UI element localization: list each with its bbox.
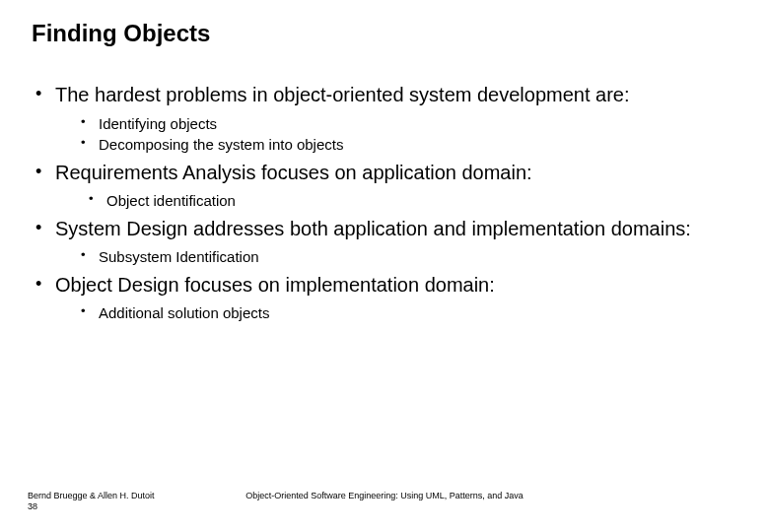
slide-title: Finding Objects [32, 20, 741, 47]
bullet-l2-item: Object identification [106, 191, 741, 211]
bullet-text: Requirements Analysis focuses on applica… [55, 162, 532, 183]
bullet-l2-item: Decomposing the system into objects [99, 135, 741, 155]
footer-page: 38 [28, 501, 37, 511]
footer: Bernd Bruegge & Allen H. Dutoit 38 Objec… [28, 491, 741, 513]
footer-booktitle: Object-Oriented Software Engineering: Us… [28, 491, 741, 500]
bullet-text: Object Design focuses on implementation … [55, 274, 495, 296]
bullet-text: The hardest problems in object-oriented … [55, 84, 630, 105]
bullet-list-level1: The hardest problems in object-oriented … [28, 83, 741, 323]
bullet-text: Additional solution objects [99, 304, 269, 321]
bullet-list-level2: Object identification [55, 191, 741, 211]
slide: Finding Objects The hardest problems in … [0, 0, 769, 532]
bullet-text: Subsystem Identification [99, 248, 259, 265]
bullet-list-level2: Identifying objects Decomposing the syst… [55, 114, 741, 155]
bullet-l2-item: Subsystem Identification [99, 247, 741, 267]
bullet-text: Object identification [106, 192, 236, 209]
bullet-l2-item: Identifying objects [99, 114, 741, 134]
bullet-text: Decomposing the system into objects [99, 136, 343, 153]
bullet-l1-item: Requirements Analysis focuses on applica… [55, 161, 741, 211]
bullet-text: Identifying objects [99, 115, 217, 132]
bullet-l1-item: The hardest problems in object-oriented … [55, 83, 741, 155]
bullet-l2-item: Additional solution objects [99, 303, 741, 323]
bullet-list-level2: Subsystem Identification [55, 247, 741, 267]
bullet-text: System Design addresses both application… [55, 218, 691, 239]
bullet-l1-item: System Design addresses both application… [55, 217, 741, 267]
bullet-list-level2: Additional solution objects [55, 303, 741, 323]
bullet-l1-item: Object Design focuses on implementation … [55, 273, 741, 323]
